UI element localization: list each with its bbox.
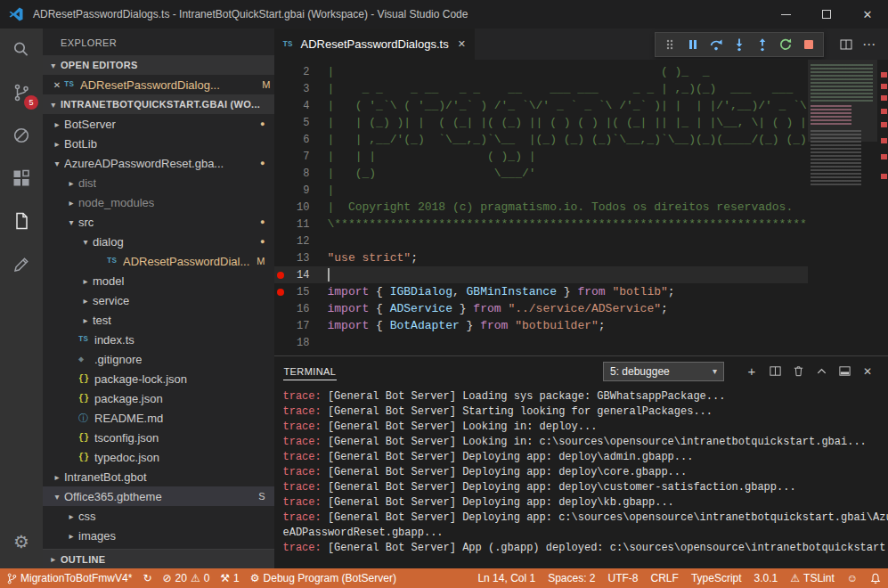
close-window-button[interactable]: ✕ [847,0,888,29]
split-editor-button[interactable] [835,34,858,55]
tree-item-css[interactable]: ▸css [43,506,274,526]
workspace-header[interactable]: ▾ INTRANETBOTQUICKSTART.GBAI (WO... [43,94,274,114]
tab-adresetpassworddialogs[interactable]: TS ADResetPasswordDialogs.ts ✕ [274,29,475,60]
tslint-status[interactable]: ⚠ TSLint [790,572,834,584]
code-line-12[interactable]: 12 [274,233,888,249]
language-mode-status[interactable]: TypeScript [691,572,742,584]
tree-item-botlib[interactable]: ▸BotLib [43,134,274,153]
tree-item-azureadpasswordreset-gba[interactable]: ▾AzureADPasswordReset.gba...● [43,153,274,173]
code-line-18[interactable]: 18 [274,334,888,351]
tree-item-dist[interactable]: ▸dist [43,173,274,192]
tree-item-src[interactable]: ▾src● [43,212,274,232]
debug-program-status[interactable]: ⚙ Debug Program (BotServer) [250,572,396,584]
code-line-4[interactable]: 4| ( '_`\ ( '__)/'_` ) /'_ `\/' _ ` _ `\… [274,97,888,114]
more-actions-button[interactable]: ⋯ [858,34,881,55]
pause-button[interactable] [681,34,705,55]
git-branch-icon [7,573,17,584]
tree-item-typedoc-json[interactable]: {}typedoc.json [43,447,274,467]
code-line-6[interactable]: 6| | ,__/'(_) `\__,_)`\__ |(_) (_) (_)`\… [274,131,888,148]
tools-icon: ⚒ [220,572,230,584]
tree-item-tsconfig-json[interactable]: {}tsconfig.json [43,428,274,447]
settings-button[interactable]: ⚙ [0,520,43,563]
maximize-panel-button[interactable] [810,361,833,382]
notifications-button[interactable] [870,573,881,584]
code-line-16[interactable]: 16import { ADService } from "../service/… [274,300,888,317]
minimize-button[interactable] [765,0,806,29]
activitybar-search[interactable] [0,29,43,71]
tree-item-node-modules[interactable]: ▸node_modules [43,192,274,212]
debug-toolbar-grip[interactable] [658,34,681,55]
tab-terminal[interactable]: TERMINAL [283,364,338,380]
restart-button[interactable] [774,34,797,55]
trace-prefix: trace: [283,481,322,494]
activitybar-files[interactable] [0,200,43,242]
problems-status[interactable]: ⊘ 20 ⚠ 0 [162,572,209,584]
outline-header[interactable]: ▸ OUTLINE [43,549,274,568]
activitybar-edit[interactable] [0,242,43,285]
ts-version-status[interactable]: 3.0.1 [754,572,778,584]
code-text: | | (_) )| | ( (_| |( (_) || ( ) ( ) |( … [310,116,870,129]
feedback-button[interactable]: ☺ [847,572,858,584]
new-terminal-button[interactable]: + [740,361,763,382]
code-text: | | ,__/'(_) `\__,_)`\__ |(_) (_) (_)`\_… [310,133,870,146]
close-editor-icon[interactable]: ✕ [50,80,64,90]
terminal-selector[interactable]: 5: debuggee ▾ [603,362,724,381]
code-line-17[interactable]: 17import { BotAdapter } from "botbuilder… [274,317,888,334]
tree-item-adresetpassworddial[interactable]: TSADResetPasswordDial...M [43,251,274,271]
tree-item-index-ts[interactable]: TSindex.ts [43,330,274,349]
tree-item-office365-gbtheme[interactable]: ▾Office365.gbthemeS [43,486,274,506]
activitybar-extensions[interactable] [0,157,43,200]
breakpoint-icon[interactable] [277,272,284,279]
tree-item-gitignore[interactable]: ◆.gitignore [43,349,274,369]
code-line-11[interactable]: 11\*************************************… [274,216,888,233]
tree-item-test[interactable]: ▸test [43,310,274,330]
tree-item-images[interactable]: ▸images [43,526,274,545]
code-line-8[interactable]: 8| (_) \___/' | [274,165,888,182]
code-line-14[interactable]: 14 [274,266,888,283]
encoding-status[interactable]: UTF-8 [608,572,639,584]
open-editor-item[interactable]: ✕ TS ADResetPasswordDialog... M [43,75,274,94]
code-line-2[interactable]: 2| ( )_ _ | [274,63,888,80]
code-line-3[interactable]: 3| _ _ _ __ _ _ __ ___ ___ _ _ | ,_)(_) … [274,80,888,97]
step-over-button[interactable] [705,34,728,55]
tools-status[interactable]: ⚒ 1 [220,572,239,584]
stop-button[interactable] [797,34,820,55]
step-into-button[interactable] [728,34,751,55]
split-terminal-button[interactable] [763,361,786,382]
close-tab-icon[interactable]: ✕ [458,38,466,50]
activitybar-source-control[interactable]: 5 [0,71,43,114]
line-number: 18 [287,337,310,349]
code-line-9[interactable]: 9| | [274,182,888,199]
panel-layout-button[interactable] [833,361,856,382]
close-panel-button[interactable]: ✕ [856,361,879,382]
code-line-7[interactable]: 7| | | ( )_) | | [274,148,888,165]
breakpoint-icon[interactable] [277,289,284,296]
tree-item-dialog[interactable]: ▾dialog● [43,232,274,251]
terminal-output[interactable]: trace: [General Bot Server] Loading sys … [274,386,888,568]
tree-item-botserver[interactable]: ▸BotServer● [43,114,274,134]
maximize-button[interactable] [806,0,847,29]
code-line-13[interactable]: 13"use strict"; [274,249,888,266]
tree-item-package-json[interactable]: {}package.json [43,388,274,408]
kill-terminal-button[interactable] [786,361,810,382]
step-out-button[interactable] [751,34,774,55]
tree-item-readme-md[interactable]: ⓘREADME.md [43,408,274,428]
activitybar-debug[interactable] [0,114,43,157]
indentation-status[interactable]: Spaces: 2 [548,572,595,584]
minimap[interactable] [808,60,877,355]
tree-item-package-lock-json[interactable]: {}package-lock.json [43,369,274,388]
eol-status[interactable]: CRLF [651,572,679,584]
git-branch-status[interactable]: MigrationToBotFmwV4* [7,572,132,584]
open-editors-header[interactable]: ▾ OPEN EDITORS [43,55,274,75]
sync-button[interactable]: ↻ [143,572,151,584]
trace-prefix: trace: [283,390,322,403]
code-line-10[interactable]: 10| Copyright 2018 (c) pragmatismo.io. T… [274,199,888,216]
cursor-position-status[interactable]: Ln 14, Col 1 [477,572,535,584]
tree-item-intranetbot-gbot[interactable]: ▸IntranetBot.gbot [43,467,274,486]
tree-item-service[interactable]: ▸service [43,290,274,310]
code-line-5[interactable]: 5| | (_) )| | ( (_| |( (_) || ( ) ( ) |(… [274,114,888,131]
code-line-15[interactable]: 15import { IGBDialog, GBMinInstance } fr… [274,283,888,300]
tree-item-model[interactable]: ▸model [43,271,274,290]
terminal-text: eADPasswordReset.gbapp... [283,527,444,539]
error-icon: ⊘ [162,572,171,584]
